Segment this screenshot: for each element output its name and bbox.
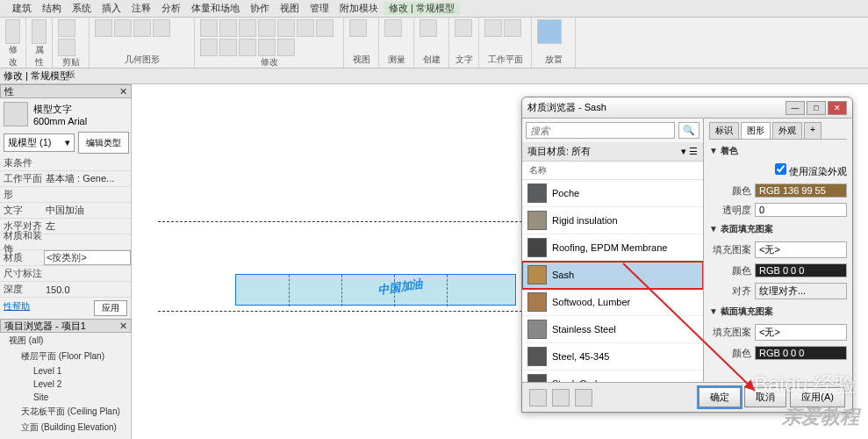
tab-graphics[interactable]: 图形	[741, 122, 771, 139]
filter-label[interactable]: 项目材质: 所有	[527, 145, 591, 158]
material-browser-dialog: 材质浏览器 - Sash — □ ✕ 🔍 项目材质: 所有 ▾ ☰ 名称 Poc…	[521, 97, 853, 413]
geom-icon[interactable]	[153, 19, 170, 37]
menu-item[interactable]: 管理	[305, 2, 334, 15]
tree-item[interactable]: 楼层平面 (Floor Plan)	[0, 349, 131, 364]
workplane-icon[interactable]	[504, 19, 521, 37]
tree-item[interactable]: Level 2	[0, 378, 131, 391]
prop-value[interactable]: 左	[44, 220, 131, 233]
modify-icon[interactable]	[277, 19, 295, 37]
help-link[interactable]: 性帮助	[4, 300, 30, 316]
material-item[interactable]: Steel, Carbon	[522, 371, 703, 382]
modify-icon[interactable]	[219, 19, 237, 37]
properties-icon[interactable]	[32, 19, 47, 44]
close-icon[interactable]: ✕	[119, 86, 127, 97]
modify-icon[interactable]	[297, 19, 314, 37]
pattern-value[interactable]: <无>	[755, 241, 847, 258]
prop-label: 材质	[0, 251, 44, 264]
dialog-titlebar[interactable]: 材质浏览器 - Sash — □ ✕	[522, 97, 852, 119]
align-button[interactable]: 纹理对齐...	[755, 283, 847, 299]
new-material-icon[interactable]	[529, 389, 547, 407]
tab-identity[interactable]: 标识	[709, 122, 739, 139]
modify-icon[interactable]	[316, 19, 334, 37]
tab-appearance[interactable]: 外观	[772, 122, 802, 139]
material-value[interactable]: <按类别>	[44, 250, 131, 265]
workplane-icon[interactable]	[484, 19, 502, 37]
maximize-icon[interactable]: □	[807, 101, 826, 115]
close-icon[interactable]: ✕	[828, 101, 847, 115]
search-icon[interactable]: 🔍	[678, 122, 699, 139]
tree-item[interactable]: Level 1	[0, 364, 131, 378]
prop-label: 文字	[0, 204, 44, 217]
material-props-pane: 标识 图形 外观 + ▼ 着色 使用渲染外观 颜色RGB 136 99 55 透…	[704, 119, 852, 382]
modify-icon[interactable]	[219, 39, 237, 56]
modify-icon[interactable]	[258, 19, 276, 37]
menu-item[interactable]: 建筑	[7, 2, 37, 15]
instance-selector[interactable]: 规模型 (1)▾	[4, 133, 75, 152]
apply-button[interactable]: 应用	[94, 300, 127, 316]
duplicate-icon[interactable]	[552, 389, 570, 407]
tree-item[interactable]: 天花板平面 (Ceiling Plan)	[0, 404, 131, 420]
use-render-checkbox[interactable]	[775, 163, 786, 175]
material-item[interactable]: Roofing, EPDM Membrane	[522, 234, 703, 262]
search-input[interactable]	[526, 122, 675, 139]
cut-icon[interactable]	[58, 39, 75, 56]
geom-icon[interactable]	[133, 19, 151, 37]
prop-value[interactable]: 中国加油	[44, 204, 131, 217]
context-bar: 修改 | 常规模型	[0, 68, 868, 84]
color-value[interactable]: RGB 0 0 0	[755, 263, 847, 277]
color-value[interactable]: RGB 0 0 0	[755, 346, 847, 360]
geom-icon[interactable]	[114, 19, 132, 37]
apply-button[interactable]: 应用(A)	[790, 387, 845, 407]
modify-icon[interactable]	[239, 19, 256, 37]
prop-value[interactable]: 基本墙 : Gene...	[44, 172, 131, 185]
ok-button[interactable]: 确定	[699, 387, 741, 407]
menu-item[interactable]: 系统	[67, 2, 97, 15]
close-icon[interactable]: ✕	[119, 320, 127, 332]
minimize-icon[interactable]: —	[786, 101, 805, 115]
library-icon[interactable]	[575, 389, 592, 407]
text-icon[interactable]	[455, 19, 472, 37]
edit-type-button[interactable]: 编辑类型	[78, 132, 129, 154]
material-item[interactable]: Rigid insulation	[522, 207, 703, 234]
modify-icon[interactable]	[239, 39, 256, 56]
menu-item[interactable]: 视图	[275, 2, 305, 15]
menu-item[interactable]: 插入	[97, 2, 126, 15]
place-icon[interactable]	[537, 19, 562, 44]
transparency-value[interactable]: 0	[755, 203, 847, 217]
material-item[interactable]: Steel, 45-345	[522, 343, 703, 371]
create-icon[interactable]	[420, 19, 437, 37]
material-swatch	[527, 374, 547, 382]
view-icon[interactable]	[349, 19, 367, 37]
geom-icon[interactable]	[95, 19, 112, 37]
material-item[interactable]: Softwood, Lumber	[522, 289, 703, 316]
menu-item[interactable]: 附加模块	[334, 2, 384, 15]
menu-item[interactable]: 结构	[37, 2, 67, 15]
selection-box[interactable]	[235, 274, 516, 306]
menu-item[interactable]: 协作	[245, 2, 275, 15]
paste-icon[interactable]	[58, 19, 75, 37]
menu-item[interactable]: 分析	[156, 2, 186, 15]
color-value[interactable]: RGB 136 99 55	[755, 184, 847, 198]
tree-item[interactable]: 立面 (Building Elevation)	[0, 420, 131, 435]
tree-item[interactable]: 视图 (all)	[0, 333, 131, 349]
material-item[interactable]: Poche	[522, 180, 703, 207]
view-mode-icon[interactable]: ▾ ☰	[681, 146, 698, 157]
menu-item[interactable]: 体量和场地	[186, 2, 245, 15]
menu-item[interactable]: 注释	[126, 2, 156, 15]
prop-label: 束条件	[0, 156, 44, 169]
modify-tool-icon[interactable]	[5, 19, 20, 44]
cancel-button[interactable]: 取消	[744, 387, 786, 407]
modify-icon[interactable]	[258, 39, 276, 56]
tree-item[interactable]: Site	[0, 391, 131, 404]
menu-item-active[interactable]: 修改 | 常规模型	[384, 2, 460, 15]
tree-item[interactable]: 图例	[0, 435, 131, 439]
modify-icon[interactable]	[200, 19, 218, 37]
modify-icon[interactable]	[200, 39, 218, 56]
tab-add[interactable]: +	[804, 122, 821, 139]
modify-icon[interactable]	[277, 39, 295, 56]
material-item-selected[interactable]: Sash	[522, 262, 703, 289]
pattern-value[interactable]: <无>	[755, 324, 847, 341]
measure-icon[interactable]	[384, 19, 402, 37]
material-item[interactable]: Stainless Steel	[522, 316, 703, 343]
prop-value[interactable]: 150.0	[44, 284, 131, 295]
